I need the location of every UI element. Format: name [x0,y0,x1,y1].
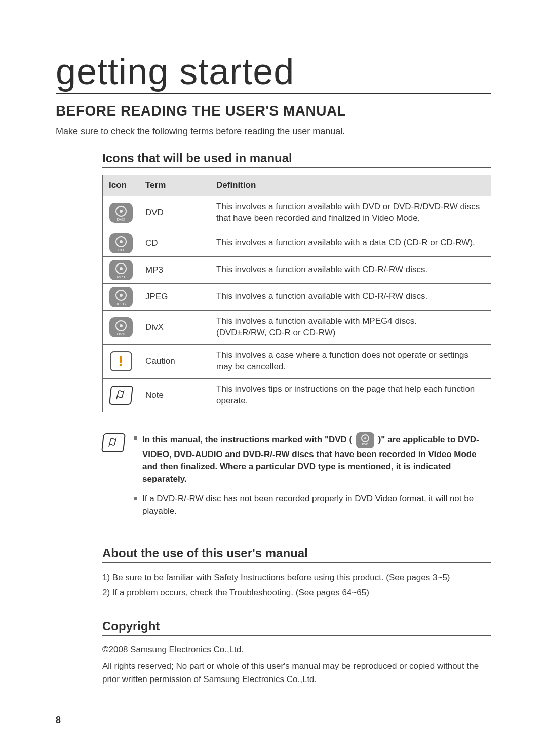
intro-text: Make sure to check the following terms b… [56,126,491,137]
col-icon: Icon [103,175,139,196]
page-number: 8 [56,715,61,726]
col-definition: Definition [210,175,491,196]
table-row: Note This involves tips or instructions … [103,378,491,412]
def-cell: This involves a function available with … [210,310,491,344]
copyright-line: ©2008 Samsung Electronics Co.,Ltd. [102,643,491,656]
table-row: MP3 MP3 This involves a function availab… [103,256,491,283]
term-cell: MP3 [139,256,210,283]
bullet-icon [134,436,137,440]
col-term: Term [139,175,210,196]
page-title: getting started [56,51,491,94]
list-item: 1) Be sure to be familiar with Safety In… [102,570,491,586]
note-text: If a DVD-R/-RW disc has not been recorde… [142,493,491,517]
def-cell: This involves a function available with … [210,230,491,256]
term-cell: CD [139,230,210,256]
term-cell: Note [139,378,210,412]
copyright-line: All rights reserved; No part or whole of… [102,660,491,686]
list-item: If a DVD-R/-RW disc has not been recorde… [134,493,491,517]
about-list: 1) Be sure to be familiar with Safety In… [102,570,491,601]
def-cell: This involves a function available with … [210,196,491,230]
def-cell: This involves a case where a function do… [210,344,491,378]
table-row: DVD DVD This involves a function availab… [103,196,491,230]
def-cell: This involves tips or instructions on th… [210,378,491,412]
about-section-title: About the use of this user's manual [102,546,491,563]
cd-icon: CD [109,233,133,253]
list-item: 2) If a problem occurs, check the Troubl… [102,585,491,601]
note-text: In this manual, the instructions marked … [142,435,352,444]
caution-icon: ! [110,351,132,371]
note-icon [109,386,133,405]
table-row: JPEG JPEG This involves a function avail… [103,283,491,310]
def-cell: This involves a function available with … [210,283,491,310]
table-row: CD CD This involves a function available… [103,230,491,256]
copyright-title: Copyright [102,619,491,636]
term-cell: DVD [139,196,210,230]
list-item: In this manual, the instructions marked … [134,432,491,486]
term-cell: DivX [139,310,210,344]
icons-section-title: Icons that will be used in manual [102,151,491,168]
bullet-icon [134,497,137,500]
section-before-reading: BEFORE READING THE USER'S MANUAL [56,103,491,119]
dvd-icon: DVD [356,432,374,448]
jpeg-icon: JPEG [109,287,133,307]
note-icon [101,433,126,452]
mp3-icon: MP3 [109,260,133,280]
note-block: In this manual, the instructions marked … [102,426,491,525]
dvd-icon: DVD [109,203,133,223]
def-cell: This involves a function available with … [210,256,491,283]
table-row: DivX DivX This involves a function avail… [103,310,491,344]
icons-table: Icon Term Definition DVD DVD This involv… [102,175,491,412]
term-cell: JPEG [139,283,210,310]
table-row: ! Caution This involves a case where a f… [103,344,491,378]
divx-icon: DivX [109,317,133,337]
copyright-block: ©2008 Samsung Electronics Co.,Ltd. All r… [102,643,491,686]
term-cell: Caution [139,344,210,378]
